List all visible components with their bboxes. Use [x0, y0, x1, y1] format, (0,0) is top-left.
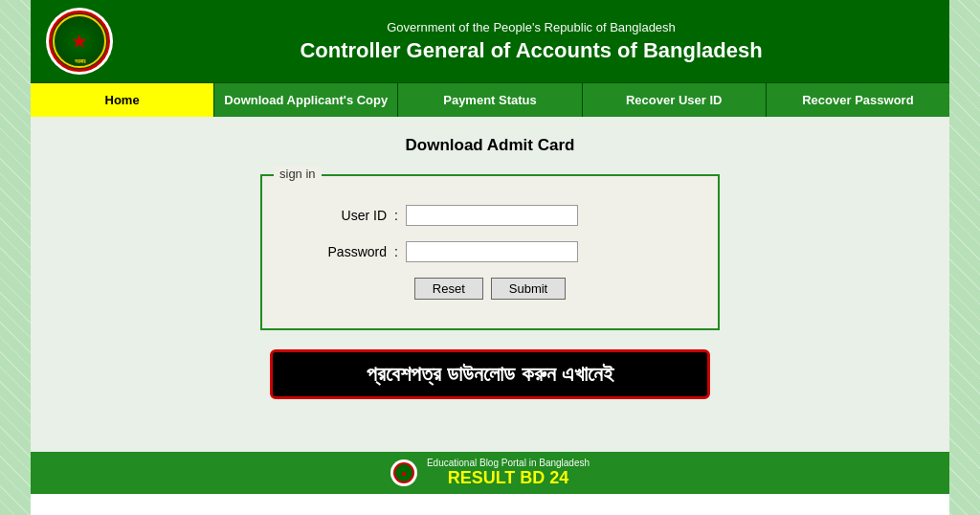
password-colon: :: [394, 244, 398, 259]
header-title: Controller General of Accounts of Bangla…: [128, 38, 934, 63]
user-id-colon: :: [394, 208, 398, 223]
header-subtitle: Government of the People's Republic of B…: [128, 20, 934, 34]
submit-button[interactable]: Submit: [491, 278, 566, 300]
signin-legend: sign in: [274, 167, 322, 181]
header-text: Government of the People's Republic of B…: [128, 20, 934, 63]
banner-text: প্রবেশপত্র ডাউনলোড করুন এখানেই: [367, 362, 612, 386]
user-id-label: User ID: [301, 208, 387, 223]
signin-box: sign in User ID : Password : Reset Submi…: [260, 174, 720, 330]
user-id-input[interactable]: [406, 205, 578, 226]
password-row: Password :: [301, 241, 679, 262]
navigation: Home Download Applicant's Copy Payment S…: [31, 82, 949, 117]
footer-brand: RESULT BD 24: [427, 468, 590, 488]
nav-home[interactable]: Home: [31, 83, 214, 117]
footer: ● Educational Blog Portal in Bangladesh …: [31, 452, 949, 494]
user-id-row: User ID :: [301, 205, 679, 226]
page-title: Download Admit Card: [50, 136, 930, 155]
content-area: Download Admit Card sign in User ID : Pa…: [31, 117, 949, 452]
reset-button[interactable]: Reset: [414, 278, 483, 300]
password-label: Password: [301, 244, 387, 259]
footer-logo: ●: [390, 459, 417, 486]
header: ★ সরকার Government of the People's Repub…: [31, 0, 949, 82]
logo: ★ সরকার: [46, 8, 113, 75]
form-buttons: Reset Submit: [301, 278, 679, 300]
nav-download-applicant[interactable]: Download Applicant's Copy: [214, 83, 398, 117]
nav-recover-user-id[interactable]: Recover User ID: [583, 83, 767, 117]
password-input[interactable]: [406, 241, 578, 262]
nav-recover-password[interactable]: Recover Password: [767, 83, 949, 117]
promo-banner[interactable]: প্রবেশপত্র ডাউনলোড করুন এখানেই: [270, 349, 710, 399]
nav-payment-status[interactable]: Payment Status: [398, 83, 582, 117]
footer-subtitle: Educational Blog Portal in Bangladesh: [427, 458, 590, 468]
footer-brand-block: Educational Blog Portal in Bangladesh RE…: [427, 458, 590, 488]
